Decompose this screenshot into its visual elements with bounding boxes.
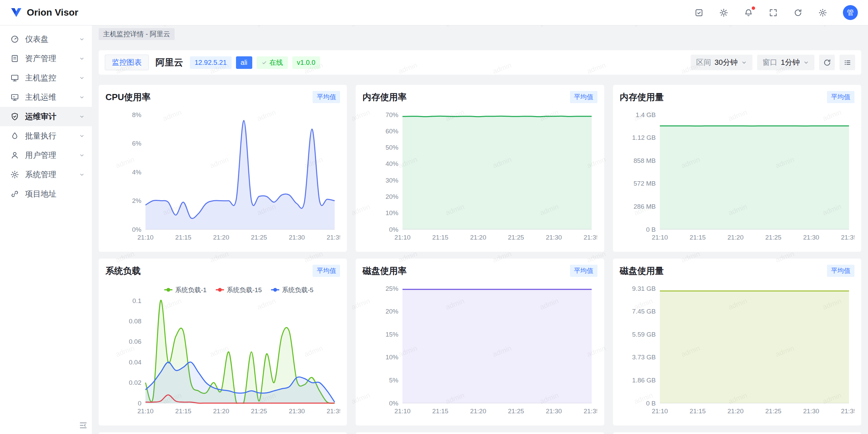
host-tag-text: ali [241, 59, 248, 67]
svg-text:21:25: 21:25 [508, 234, 524, 241]
dashboard-icon [10, 35, 19, 44]
line-chart: 25%20%15%10%5%0%21:1021:1521:2021:2521:3… [362, 279, 597, 417]
svg-text:21:25: 21:25 [508, 408, 524, 415]
chart-card-partial [99, 432, 347, 434]
svg-text:21:30: 21:30 [289, 234, 305, 241]
monitor-chart-tab[interactable]: 监控图表 [105, 55, 149, 70]
sidebar-item-host-ops[interactable]: 主机运维 [0, 88, 92, 107]
svg-text:0 B: 0 B [646, 226, 656, 233]
svg-text:0 B: 0 B [646, 400, 656, 407]
chevron-down-icon [79, 55, 85, 62]
svg-text:21:10: 21:10 [137, 234, 154, 241]
svg-text:5.59 GB: 5.59 GB [632, 331, 656, 338]
svg-text:7.45 GB: 7.45 GB [632, 308, 656, 315]
sidebar-item-label: 用户管理 [25, 150, 79, 161]
bell-icon[interactable] [744, 8, 753, 17]
chevron-down-icon [79, 94, 85, 100]
chart-list-button[interactable] [840, 55, 855, 70]
svg-text:40%: 40% [386, 160, 398, 167]
svg-text:21:35: 21:35 [841, 234, 854, 241]
chart-card: 内存使用率平均值70%60%50%40%30%20%10%0%21:1021:1… [356, 85, 604, 252]
chart-card-header: 系统负载平均值 [105, 265, 340, 277]
notifications[interactable] [744, 8, 753, 17]
host-monitor-icon [10, 73, 19, 82]
svg-text:21:10: 21:10 [137, 408, 154, 415]
svg-text:20%: 20% [386, 193, 398, 200]
chart-title: 内存使用率 [362, 91, 407, 103]
svg-text:系统负载-15: 系统负载-15 [227, 286, 262, 294]
check-icon [261, 60, 267, 65]
host-name: 阿里云 [156, 56, 183, 69]
sidebar-item-label: 资产管理 [25, 53, 79, 64]
svg-text:572 MB: 572 MB [633, 180, 655, 187]
svg-text:1.12 GB: 1.12 GB [632, 134, 656, 141]
sidebar-menu: 仪表盘资产管理主机监控主机运维运维审计批量执行用户管理系统管理项目地址 [0, 30, 92, 204]
svg-text:21:30: 21:30 [803, 408, 819, 415]
sidebar-item-audit[interactable]: 运维审计 [0, 107, 92, 126]
brand-title: Orion Visor [27, 7, 78, 18]
avg-badge: 平均值 [827, 265, 854, 277]
host-tag-text: 在线 [270, 58, 283, 67]
svg-text:系统负载-1: 系统负载-1 [175, 286, 207, 294]
interval-select[interactable]: 区间 30分钟 [691, 55, 752, 70]
collapse-sidebar-icon[interactable] [79, 421, 88, 430]
sidebar-item-system[interactable]: 系统管理 [0, 165, 92, 184]
svg-text:5%: 5% [389, 377, 399, 384]
navbar-actions: 管 [694, 5, 858, 20]
main-content: adminadminadminadminadminadminadminadmin… [92, 25, 868, 434]
line-chart: 0.10.080.060.040.02021:1021:1521:2021:25… [105, 279, 340, 417]
brand: Orion Visor [10, 6, 78, 19]
sidebar-item-users[interactable]: 用户管理 [0, 146, 92, 165]
svg-text:0.06: 0.06 [129, 338, 141, 345]
host-tag: v1.0.0 [292, 56, 320, 69]
assets-icon [10, 54, 19, 63]
sidebar-item-label: 项目地址 [25, 189, 85, 199]
refresh-charts-button[interactable] [819, 55, 835, 70]
svg-text:21:35: 21:35 [327, 408, 340, 415]
svg-text:21:35: 21:35 [584, 234, 597, 241]
chevron-down-icon [79, 113, 85, 120]
host-ops-icon [10, 93, 19, 102]
chevron-down-icon [79, 36, 85, 42]
avg-badge: 平均值 [313, 265, 340, 277]
settings-gear-icon[interactable] [818, 8, 827, 17]
svg-text:21:15: 21:15 [689, 234, 706, 241]
svg-text:50%: 50% [386, 144, 398, 151]
chevron-down-icon [803, 60, 809, 65]
svg-text:20%: 20% [386, 308, 398, 315]
sidebar-item-project-link[interactable]: 项目地址 [0, 184, 92, 204]
user-avatar[interactable]: 管 [843, 5, 858, 20]
sidebar-item-assets[interactable]: 资产管理 [0, 49, 92, 68]
svg-text:21:25: 21:25 [765, 234, 782, 241]
svg-text:21:35: 21:35 [327, 234, 340, 241]
sidebar-item-host-monitor[interactable]: 主机监控 [0, 68, 92, 88]
svg-text:1.4 GB: 1.4 GB [636, 111, 656, 118]
line-chart: 9.31 GB7.45 GB5.59 GB3.73 GB1.86 GB0 B21… [620, 279, 854, 417]
chart-card-header: 磁盘使用量平均值 [620, 265, 854, 277]
sidebar-item-label: 主机监控 [25, 73, 79, 83]
interval-value: 30分钟 [714, 57, 737, 68]
svg-text:25%: 25% [386, 285, 398, 292]
sidebar-item-label: 系统管理 [25, 169, 79, 180]
sidebar-item-batch[interactable]: 批量执行 [0, 126, 92, 146]
svg-text:21:15: 21:15 [175, 408, 192, 415]
window-select[interactable]: 窗口 1分钟 [757, 55, 814, 70]
svg-text:4%: 4% [132, 169, 142, 176]
fullscreen-icon[interactable] [769, 8, 778, 17]
svg-text:21:25: 21:25 [251, 234, 267, 241]
tasks-icon[interactable] [694, 8, 704, 17]
svg-text:21:30: 21:30 [546, 234, 562, 241]
refresh-icon[interactable] [793, 8, 803, 17]
svg-text:3.73 GB: 3.73 GB [632, 354, 656, 361]
svg-text:10%: 10% [386, 209, 398, 216]
sidebar: 仪表盘资产管理主机监控主机运维运维审计批量执行用户管理系统管理项目地址 [0, 25, 92, 434]
svg-text:21:35: 21:35 [584, 408, 597, 415]
sidebar-item-dashboard[interactable]: 仪表盘 [0, 30, 92, 49]
host-tag-text: 12.92.5.21 [195, 59, 227, 67]
svg-text:21:10: 21:10 [652, 408, 668, 415]
chart-title: 磁盘使用率 [362, 265, 407, 277]
theme-sun-icon[interactable] [719, 8, 728, 17]
svg-text:0%: 0% [389, 400, 399, 407]
svg-text:30%: 30% [386, 177, 398, 184]
chart-card-header: 内存使用量平均值 [620, 91, 854, 103]
